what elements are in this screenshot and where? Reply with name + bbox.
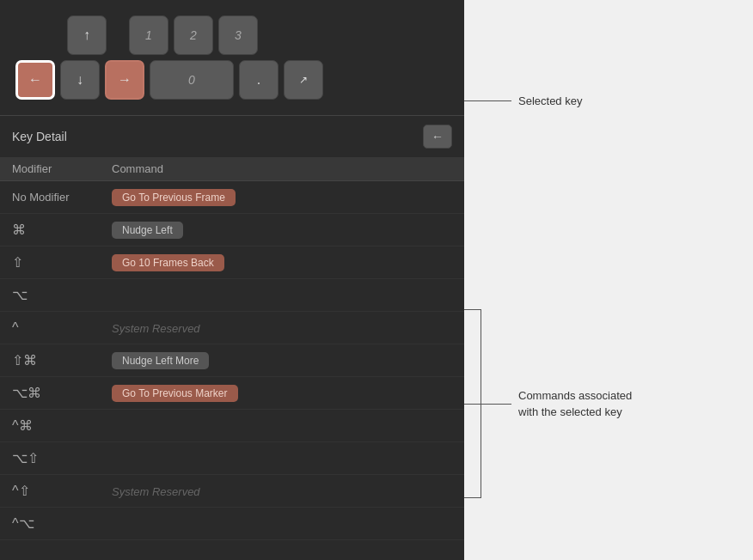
table-row[interactable]: ^ System Reserved [0, 312, 464, 344]
cell-modifier: ⇧ [0, 254, 103, 271]
cell-command: System Reserved [103, 484, 464, 499]
table-row[interactable]: ⌘ Nudge Left [0, 214, 464, 247]
key-detail-header: Key Detail ← [0, 116, 464, 157]
key-3[interactable]: 3 [218, 15, 258, 55]
key-1[interactable]: 1 [129, 15, 168, 55]
key-detail-title: Key Detail [12, 130, 67, 143]
cell-modifier: ⌘ [0, 222, 103, 238]
selected-key-label: Selected key [518, 94, 582, 107]
cell-modifier: No Modifier [0, 191, 103, 204]
cell-modifier: ⌥ [0, 287, 103, 303]
command-badge: Nudge Left More [112, 352, 209, 369]
command-badge: Go 10 Frames Back [112, 254, 224, 271]
table-row[interactable]: ⌥ [0, 279, 464, 312]
key-0[interactable]: 0 [150, 60, 234, 100]
table-row[interactable]: ⇧ Go 10 Frames Back [0, 247, 464, 279]
table-row[interactable]: ^⌘ [0, 410, 464, 442]
keyboard-area: ↑ 1 2 3 ← ↓ [0, 0, 464, 115]
cell-modifier: ^ [0, 320, 103, 336]
main-container: ↑ 1 2 3 ← ↓ [0, 0, 753, 560]
key-row-bottom: ← ↓ → 0 . ↗ [15, 60, 449, 100]
key-arrow-down[interactable]: ↓ [60, 60, 100, 100]
command-badge: Nudge Left [112, 222, 183, 239]
command-badge: Go To Previous Frame [112, 189, 236, 206]
right-annotation-panel: Selected key Commands associa [464, 0, 753, 560]
key-detail-icon: ← [423, 125, 452, 149]
left-panel: ↑ 1 2 3 ← ↓ [0, 0, 464, 560]
key-arrow-right[interactable]: → [105, 60, 144, 100]
key-arrow-left-selected[interactable]: ← [15, 60, 55, 100]
table-row[interactable]: ⇧⌘ Nudge Left More [0, 344, 464, 377]
cell-modifier: ⇧⌘ [0, 352, 103, 368]
cell-command: Nudge Left [103, 222, 464, 239]
cell-modifier: ^⌘ [0, 417, 103, 434]
cell-command: Nudge Left More [103, 352, 464, 369]
cell-command: Go 10 Frames Back [103, 254, 464, 271]
table-row[interactable]: ^⌥ [0, 508, 464, 540]
cell-command: System Reserved [103, 320, 464, 336]
cell-modifier: ⌥⇧ [0, 450, 103, 466]
cell-modifier: ⌥⌘ [0, 385, 103, 401]
selected-key-annotation: Selected key [464, 94, 582, 107]
table-row[interactable]: ^⇧ System Reserved [0, 475, 464, 508]
brace [464, 309, 481, 498]
commands-annotation: Commands associatedwith the selected key [464, 309, 632, 498]
cell-modifier: ^⌥ [0, 515, 103, 532]
col-header-modifier: Modifier [0, 162, 103, 175]
cell-command: Go To Previous Frame [103, 189, 464, 206]
cell-command: Go To Previous Marker [103, 385, 464, 402]
commands-associated-label: Commands associatedwith the selected key [518, 387, 632, 421]
col-header-command: Command [103, 162, 464, 175]
table-row[interactable]: ⌥⌘ Go To Previous Marker [0, 377, 464, 410]
annotation-line-1 [464, 100, 511, 101]
table-header: Modifier Command [0, 157, 464, 181]
table-row[interactable]: No Modifier Go To Previous Frame [0, 181, 464, 214]
command-badge: Go To Previous Marker [112, 385, 238, 402]
key-arrow-up[interactable]: ↑ [67, 15, 107, 55]
table-body[interactable]: No Modifier Go To Previous Frame ⌘ Nudge… [0, 181, 464, 560]
key-ne-arrow[interactable]: ↗ [284, 60, 323, 100]
table-row[interactable]: ⌥⇧ [0, 442, 464, 475]
cell-modifier: ^⇧ [0, 483, 103, 499]
key-row-top: ↑ 1 2 3 [15, 15, 449, 55]
key-2[interactable]: 2 [174, 15, 213, 55]
key-dot[interactable]: . [239, 60, 279, 100]
